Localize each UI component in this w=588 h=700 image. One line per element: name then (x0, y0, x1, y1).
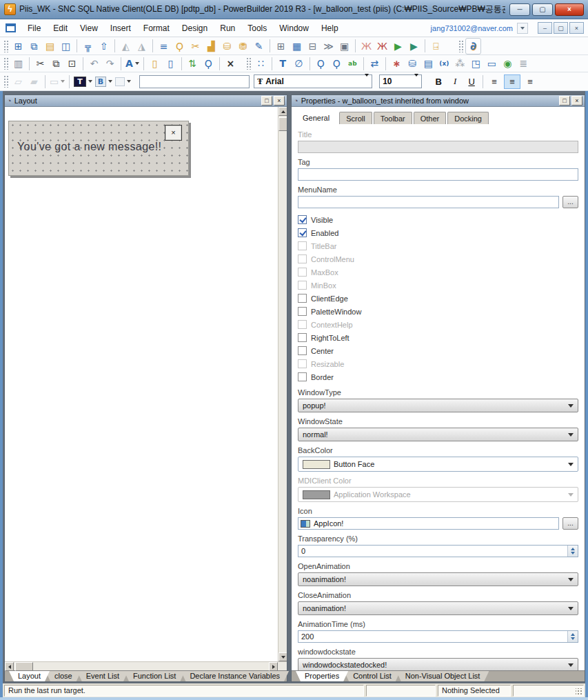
toolbar-grip[interactable] (246, 57, 251, 70)
property-checkbox[interactable]: ClientEdge (298, 292, 578, 305)
font-color-icon[interactable]: A (124, 56, 141, 71)
panel-tab[interactable]: Control List (344, 671, 401, 681)
checkbox-icon[interactable] (298, 215, 307, 224)
design-surface[interactable]: × You've got a new message!! (8, 121, 189, 176)
panel-close-button[interactable]: × (571, 96, 582, 106)
panel-maximize-button[interactable]: □ (559, 96, 570, 106)
name-input[interactable] (139, 75, 250, 88)
menu-item[interactable]: Window (273, 21, 315, 35)
open-folder-icon[interactable]: ▤ (42, 39, 58, 54)
todo-list-icon[interactable]: ≡ (156, 39, 172, 54)
appeon-logo-icon[interactable]: ∂ (465, 38, 481, 54)
layout-panel-titlebar[interactable]: ◔ Layout □ × (5, 95, 287, 107)
properties-tab[interactable]: Docking (447, 112, 489, 124)
toolbar-grip[interactable] (3, 57, 8, 70)
database-icon[interactable]: ⛃ (235, 39, 251, 54)
mdi-minimize-button[interactable]: – (538, 22, 552, 34)
align-objects-icon[interactable]: ▭ (48, 74, 66, 89)
paste-window-icon[interactable]: ▭ (484, 56, 500, 71)
swap-icon[interactable]: ⇄ (367, 56, 383, 71)
save-icon[interactable]: ▥ (10, 56, 26, 71)
panel-tab[interactable]: Non-Visual Object List (396, 671, 489, 681)
animationtime-input[interactable]: 200 (298, 630, 578, 643)
menu-item[interactable]: View (74, 21, 104, 35)
close-button[interactable]: × (555, 3, 584, 16)
openanimation-select[interactable]: noanimation! (298, 572, 578, 586)
align-right-button[interactable]: ≡ (522, 74, 538, 89)
paste-xml-icon[interactable]: (x) (436, 56, 452, 71)
sort-icon[interactable]: ⇅ (185, 56, 201, 71)
window-painter-icon[interactable]: ▦ (289, 39, 305, 54)
transparency-input[interactable]: 0 (298, 545, 578, 557)
zoom-icon[interactable]: Ϙ (313, 56, 329, 71)
library-list-icon[interactable]: ◫ (58, 39, 74, 54)
skip-icon[interactable]: ≫ (321, 39, 336, 54)
export-icon[interactable]: ⇧ (96, 39, 112, 54)
menu-item[interactable]: Format (137, 21, 176, 35)
paste-list-icon[interactable]: ≣ (516, 56, 531, 71)
windowtype-select[interactable]: popup! (298, 399, 578, 412)
closeanimation-select[interactable]: noanimation! (298, 601, 578, 615)
debug-run-icon[interactable]: Ж (374, 39, 390, 54)
property-checkbox[interactable]: RightToLeft (298, 331, 578, 344)
paste-control-icon[interactable]: ◳ (468, 56, 484, 71)
find-page-icon[interactable]: Ϙ (201, 56, 216, 71)
font-size-select[interactable]: 10 (379, 74, 422, 88)
menuname-input[interactable] (298, 196, 559, 208)
view-tab[interactable]: close (45, 671, 81, 681)
horizontal-scrollbar[interactable] (5, 661, 287, 670)
run-icon[interactable]: ▶ (390, 39, 406, 54)
account-link[interactable]: jang731002@naver.com (431, 24, 513, 32)
bold-button[interactable]: B (430, 74, 447, 89)
property-checkbox[interactable]: Enabled (298, 226, 578, 239)
window-new-icon[interactable]: ⊞ (273, 39, 289, 54)
checkbox-icon[interactable] (298, 307, 307, 316)
underline-button[interactable]: U (463, 74, 480, 89)
panel-tab[interactable]: Properties (296, 671, 348, 681)
property-checkbox[interactable]: ContextHelp (298, 318, 578, 331)
restore-button[interactable]: ▢ (532, 3, 553, 16)
scroll-up-icon[interactable] (278, 107, 287, 116)
scroll-right-icon[interactable] (269, 662, 278, 671)
mdi-restore-button[interactable]: ▢ (554, 22, 568, 34)
menu-item[interactable]: Help (315, 21, 345, 35)
menu-item[interactable]: Tools (241, 21, 273, 35)
icon-browse-button[interactable]: ... (562, 517, 578, 530)
null-object-icon[interactable]: ∅ (291, 56, 307, 71)
paste-share-icon[interactable]: ⁂ (452, 56, 468, 71)
view-tab[interactable]: Function List (124, 671, 185, 681)
paste-global-icon[interactable]: ◉ (500, 56, 516, 71)
view-tab[interactable]: Event List (77, 671, 128, 681)
library-painter-icon[interactable]: ✂ (187, 39, 203, 54)
view-tab[interactable]: Declare Instance Variables (181, 671, 289, 681)
menu-item[interactable]: Design (176, 21, 214, 35)
resize-grip-icon[interactable] (576, 688, 582, 695)
zoom-select-icon[interactable]: Ϙ (329, 56, 345, 71)
properties-panel-titlebar[interactable]: ◔ Properties - w_balloon_test inherited … (292, 95, 585, 107)
warning-back-icon[interactable]: ◭ (118, 39, 134, 54)
windowdockstate-select[interactable]: windowdockstatedocked! (298, 658, 578, 670)
page-layout-icon[interactable]: ▯ (147, 56, 163, 71)
background-color-icon[interactable]: B (94, 74, 114, 89)
menu-item[interactable]: File (21, 21, 47, 35)
align-center-button[interactable]: ≡ (504, 74, 520, 89)
hierarchy-icon[interactable]: ╦ (80, 39, 96, 54)
minimize-button[interactable]: ─ (509, 3, 530, 16)
icon-input[interactable]: AppIcon! (298, 517, 559, 530)
properties-tab[interactable]: Scroll (339, 112, 372, 124)
checkbox-icon[interactable] (298, 333, 307, 342)
checkbox-icon[interactable] (298, 241, 307, 250)
checkbox-icon[interactable] (298, 320, 307, 329)
spinner-control[interactable] (567, 631, 578, 642)
scroll-left-icon[interactable] (5, 662, 14, 671)
menu-item[interactable]: Edit (47, 21, 74, 35)
menu-item[interactable]: Run (214, 21, 241, 35)
run-select-icon[interactable]: ▶ (406, 39, 422, 54)
redo-icon[interactable]: ↷ (102, 56, 118, 71)
page-report-icon[interactable]: ▯ (163, 56, 179, 71)
panel-maximize-button[interactable]: □ (261, 96, 272, 106)
paste-form-icon[interactable]: ▤ (420, 56, 436, 71)
menuname-browse-button[interactable]: ... (562, 196, 578, 208)
vertical-scrollbar[interactable] (278, 107, 287, 661)
design-close-button[interactable]: × (165, 125, 182, 141)
